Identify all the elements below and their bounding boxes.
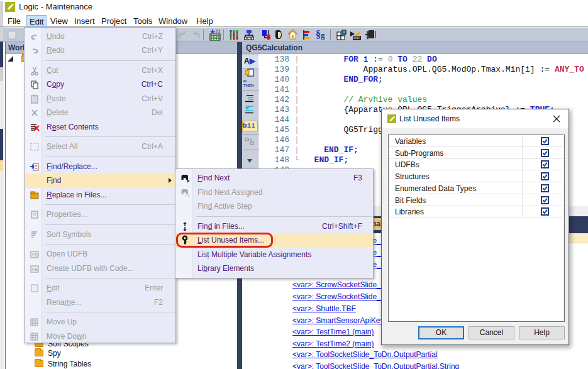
svg-text:FB: FB bbox=[32, 267, 38, 272]
svg-text:=1: =1 bbox=[186, 194, 191, 197]
svg-text:FB: FB bbox=[32, 253, 38, 257]
